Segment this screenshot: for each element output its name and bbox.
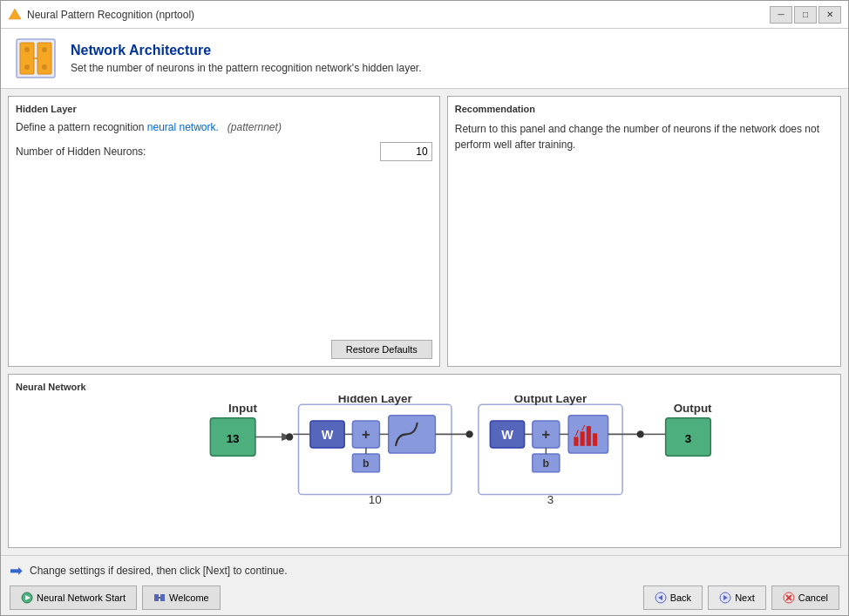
- header-subtitle: Set the number of neurons in the pattern…: [71, 62, 422, 74]
- nn-start-icon: [21, 592, 33, 604]
- cancel-label: Cancel: [798, 592, 828, 603]
- svg-text:13: 13: [227, 432, 240, 445]
- header-text: Network Architecture Set the number of n…: [71, 43, 422, 74]
- svg-rect-58: [160, 594, 165, 601]
- svg-text:b: b: [543, 457, 550, 470]
- buttons-row: Neural Network Start Welcome Back: [10, 586, 839, 610]
- network-architecture-icon: [15, 37, 57, 79]
- main-window: Neural Pattern Recognition (nprtool) ─ □…: [0, 0, 849, 616]
- define-text: Define a pattern recognition neural netw…: [16, 121, 432, 133]
- welcome-label: Welcome: [169, 592, 209, 603]
- svg-point-28: [465, 430, 472, 437]
- hint-arrow-icon: ➡: [10, 561, 23, 580]
- svg-text:b: b: [363, 457, 370, 470]
- svg-point-6: [42, 47, 47, 52]
- nn-panel-title: Neural Network: [16, 382, 833, 392]
- next-icon: [719, 592, 731, 604]
- bottom-bar: ➡ Change settings if desired, then click…: [1, 555, 848, 615]
- svg-text:Output: Output: [674, 402, 712, 415]
- neurons-row: Number of Hidden Neurons:: [16, 142, 432, 161]
- next-label: Next: [735, 592, 755, 603]
- cancel-icon: [783, 592, 795, 604]
- neural-network-start-label: Neural Network Start: [37, 592, 126, 603]
- window-title: Neural Pattern Recognition (nprtool): [27, 9, 770, 21]
- svg-rect-20: [389, 416, 436, 453]
- welcome-icon: [153, 593, 166, 602]
- svg-text:10: 10: [369, 493, 382, 506]
- nn-diagram: Input 13 Hidden Layer W +: [16, 396, 833, 535]
- svg-text:3: 3: [547, 493, 554, 506]
- hidden-layer-panel: Hidden Layer Define a pattern recognitio…: [8, 96, 440, 367]
- panels-row: Hidden Layer Define a pattern recognitio…: [8, 96, 841, 367]
- svg-text:Output Layer: Output Layer: [514, 396, 588, 405]
- svg-point-8: [42, 64, 47, 70]
- svg-marker-0: [9, 9, 21, 19]
- back-icon: [655, 592, 667, 604]
- back-button[interactable]: Back: [643, 586, 703, 610]
- recommendation-title: Recommendation: [455, 104, 833, 114]
- svg-point-49: [637, 430, 644, 437]
- titlebar: Neural Pattern Recognition (nprtool) ─ □…: [1, 1, 848, 29]
- recommendation-text: Return to this panel and change the numb…: [455, 121, 833, 152]
- content-area: Hidden Layer Define a pattern recognitio…: [1, 89, 848, 555]
- cancel-button[interactable]: Cancel: [771, 586, 839, 610]
- svg-text:+: +: [542, 426, 551, 442]
- maximize-button[interactable]: □: [794, 6, 817, 24]
- svg-text:Input: Input: [228, 402, 257, 415]
- svg-rect-57: [154, 594, 159, 601]
- hidden-layer-title: Hidden Layer: [16, 104, 432, 114]
- svg-point-13: [286, 433, 293, 440]
- hint-row: ➡ Change settings if desired, then click…: [10, 561, 839, 580]
- header-title: Network Architecture: [71, 43, 422, 58]
- svg-text:+: +: [362, 426, 370, 442]
- svg-text:W: W: [501, 428, 513, 442]
- svg-text:W: W: [322, 428, 334, 442]
- hint-text: Change settings if desired, then click […: [30, 565, 288, 577]
- header: Network Architecture Set the number of n…: [1, 29, 848, 89]
- nn-panel: Neural Network Input 13 Hidden Layer W: [8, 374, 841, 548]
- svg-rect-38: [587, 426, 591, 446]
- svg-rect-36: [574, 437, 578, 445]
- neurons-label: Number of Hidden Neurons:: [16, 146, 146, 158]
- neurons-input[interactable]: [380, 142, 432, 161]
- restore-defaults-button[interactable]: Restore Defaults: [331, 340, 432, 359]
- define-text-link: neural network.: [147, 121, 219, 133]
- window-controls: ─ □ ✕: [770, 6, 841, 24]
- define-text-main: Define a pattern recognition: [16, 121, 144, 133]
- recommendation-panel: Recommendation Return to this panel and …: [447, 96, 841, 367]
- welcome-button[interactable]: Welcome: [142, 586, 221, 610]
- back-label: Back: [670, 592, 691, 603]
- neural-network-start-button[interactable]: Neural Network Start: [10, 586, 137, 610]
- svg-text:3: 3: [685, 432, 691, 445]
- restore-btn-area: Restore Defaults: [16, 333, 432, 359]
- minimize-button[interactable]: ─: [770, 6, 792, 24]
- svg-rect-37: [581, 431, 585, 446]
- nn-diagram-svg: Input 13 Hidden Layer W +: [16, 396, 833, 535]
- svg-point-7: [24, 64, 30, 70]
- close-button[interactable]: ✕: [818, 6, 841, 24]
- svg-text:Hidden Layer: Hidden Layer: [338, 396, 413, 405]
- next-button[interactable]: Next: [708, 586, 766, 610]
- define-text-paren: (patternnet): [228, 121, 282, 133]
- svg-rect-39: [593, 433, 597, 445]
- svg-point-5: [24, 47, 30, 52]
- app-icon: [8, 8, 22, 22]
